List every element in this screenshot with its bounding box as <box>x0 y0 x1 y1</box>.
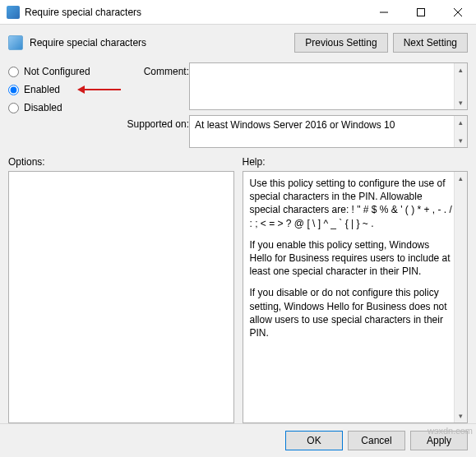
radio-disabled-input[interactable] <box>8 103 19 113</box>
comment-textarea[interactable]: ▴ ▾ <box>189 62 468 110</box>
apply-button[interactable]: Apply <box>410 431 468 450</box>
lower-section: Options: Help: Use this policy setting t… <box>8 156 468 423</box>
scroll-up-icon[interactable]: ▴ <box>455 116 468 129</box>
radio-enabled-input[interactable] <box>8 85 19 95</box>
help-paragraph: If you enable this policy setting, Windo… <box>250 238 453 279</box>
policy-title: Require special characters <box>30 37 289 48</box>
titlebar: Require special characters <box>0 0 476 25</box>
app-icon <box>7 6 20 19</box>
radio-enabled-label: Enabled <box>24 84 60 95</box>
help-label: Help: <box>243 156 469 168</box>
help-scrollbar[interactable]: ▴ ▾ <box>454 172 467 422</box>
options-label: Options: <box>8 156 234 168</box>
comment-label: Comment: <box>123 66 189 77</box>
radio-disabled-label: Disabled <box>24 102 62 113</box>
options-panel[interactable] <box>8 171 234 423</box>
header-row: Require special characters Previous Sett… <box>8 30 468 62</box>
supported-on-value: At least Windows Server 2016 or Windows … <box>195 119 395 131</box>
help-column: Help: Use this policy setting to configu… <box>243 156 469 423</box>
supported-scrollbar[interactable]: ▴ ▾ <box>454 116 467 147</box>
help-paragraph: If you disable or do not configure this … <box>250 286 453 339</box>
scroll-up-icon[interactable]: ▴ <box>455 63 468 76</box>
radio-not-configured-label: Not Configured <box>24 66 90 77</box>
close-button[interactable] <box>439 0 476 25</box>
scroll-up-icon[interactable]: ▴ <box>455 172 468 185</box>
radio-group: Not Configured Enabled Disabled <box>8 62 115 148</box>
help-paragraph: Use this policy setting to configure the… <box>250 177 453 230</box>
radio-enabled[interactable]: Enabled <box>8 84 115 95</box>
supported-on-box: At least Windows Server 2016 or Windows … <box>189 115 468 148</box>
radio-not-configured[interactable]: Not Configured <box>8 66 115 77</box>
ok-button[interactable]: OK <box>285 431 343 450</box>
dialog-body: Require special characters Previous Sett… <box>0 25 476 423</box>
policy-icon <box>8 35 23 50</box>
previous-setting-button[interactable]: Previous Setting <box>294 33 387 53</box>
svg-rect-1 <box>417 8 424 16</box>
config-section: Not Configured Enabled Disabled Comment: <box>8 62 468 148</box>
supported-on-label: Supported on: <box>123 118 189 130</box>
minimize-button[interactable] <box>365 0 402 25</box>
help-panel[interactable]: Use this policy setting to configure the… <box>243 171 469 423</box>
options-column: Options: <box>8 156 234 423</box>
next-setting-button[interactable]: Next Setting <box>393 33 468 53</box>
window-title: Require special characters <box>25 7 141 18</box>
scroll-down-icon[interactable]: ▾ <box>455 409 468 422</box>
comment-scrollbar[interactable]: ▴ ▾ <box>454 63 467 109</box>
radio-not-configured-input[interactable] <box>8 67 19 77</box>
dialog-footer: OK Cancel Apply <box>0 423 476 457</box>
annotation-arrow <box>77 85 121 94</box>
scroll-down-icon[interactable]: ▾ <box>455 96 468 109</box>
scroll-down-icon[interactable]: ▾ <box>455 134 468 147</box>
cancel-button[interactable]: Cancel <box>348 431 405 450</box>
maximize-button[interactable] <box>402 0 439 25</box>
radio-disabled[interactable]: Disabled <box>8 102 115 113</box>
